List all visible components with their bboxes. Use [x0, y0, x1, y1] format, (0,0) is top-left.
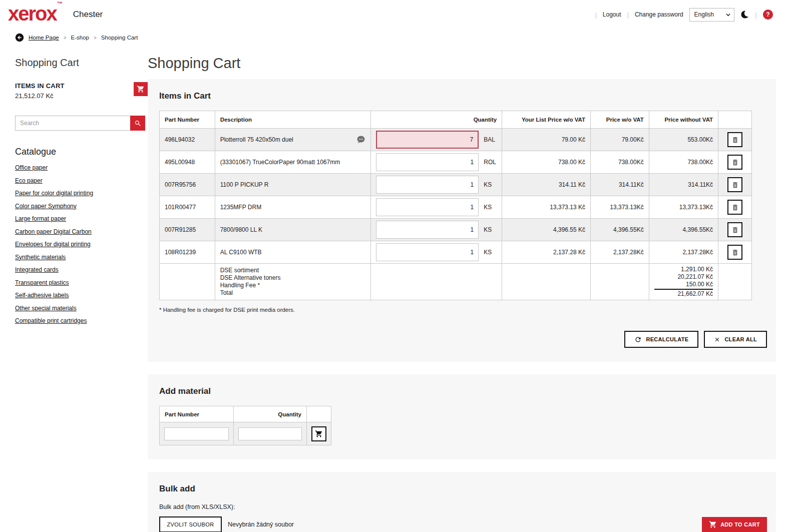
bulk-add-heading: Bulk add	[159, 484, 767, 494]
description-cell: AL C9100 WTB	[215, 241, 371, 264]
unit-label: KS	[484, 204, 497, 211]
sidebar-catalogue-link[interactable]: Office paper	[15, 164, 148, 171]
cart-button[interactable]	[134, 82, 148, 96]
sidebar-catalogue-link[interactable]: Large format paper	[15, 215, 148, 222]
delete-item-button[interactable]	[727, 132, 742, 147]
items-in-cart-label: ITEMS IN CART	[15, 82, 134, 90]
part-number-cell: 496L94032	[160, 129, 215, 151]
choose-file-button[interactable]: ZVOLIT SOUBOR	[159, 516, 222, 532]
quantity-input[interactable]	[376, 131, 479, 149]
dark-mode-moon-icon[interactable]	[740, 10, 749, 19]
quantity-cell: ROL	[371, 151, 502, 174]
item-description: (33301067) TrueColorPaper 90matt 1067mm	[220, 159, 340, 166]
xerox-logo[interactable]: xerox™	[8, 4, 62, 24]
summary-value: 1,291.00 Kč	[654, 266, 713, 273]
quantity-cell: BAL	[371, 129, 502, 151]
sidebar-catalogue-link[interactable]: Synthetic materials	[15, 254, 148, 261]
sidebar-catalogue-link[interactable]: Transparent plastics	[15, 279, 148, 286]
description-cell: 1235MFP DRM	[215, 196, 371, 219]
column-price-wo-vat: Price w/o VAT	[591, 111, 649, 129]
clear-all-button[interactable]: CLEAR ALL	[704, 331, 767, 348]
bulk-add-panel: Bulk add Bulk add (from XLS/XLSX): ZVOLI…	[148, 472, 776, 532]
sidebar-catalogue-link[interactable]: Color paper Symphony	[15, 203, 148, 210]
quantity-input[interactable]	[376, 243, 479, 261]
delete-item-button[interactable]	[727, 200, 742, 215]
list-price-cell: 738.00 Kč	[502, 151, 591, 174]
quantity-cell: KS	[371, 241, 502, 264]
list-price-cell: 79.00 Kč	[502, 129, 591, 151]
delete-item-button[interactable]	[727, 177, 742, 192]
main-content: Shopping Cart Items in Cart Part Number …	[148, 47, 788, 532]
add-material-header: Part Number Quantity	[160, 406, 331, 422]
breadcrumb-home[interactable]: Home Page	[29, 35, 59, 41]
add-to-cart-button[interactable]: ADD TO CART	[702, 517, 767, 532]
search-icon	[134, 120, 142, 127]
price-without-vat-cell: 2,137.28Kč	[649, 241, 718, 264]
part-number-cell: 007R91285	[160, 219, 215, 241]
add-to-cart-label: ADD TO CART	[720, 521, 760, 527]
sidebar-catalogue-link[interactable]: Integrated cards	[15, 266, 148, 273]
part-number-cell: 101R00477	[160, 196, 215, 219]
trademark-symbol: ™	[57, 1, 63, 7]
column-part-number: Part Number	[160, 406, 234, 422]
quantity-input[interactable]	[376, 198, 479, 216]
sidebar-catalogue-link[interactable]: Envelopes for digital printing	[15, 241, 148, 248]
search-button[interactable]	[130, 116, 145, 131]
delete-item-button[interactable]	[727, 155, 742, 170]
recalculate-button[interactable]: RECALCULATE	[624, 331, 698, 348]
help-icon[interactable]: ?	[763, 10, 773, 20]
clear-all-label: CLEAR ALL	[724, 336, 757, 342]
trash-icon	[731, 204, 739, 211]
sidebar-title: Shopping Cart	[15, 57, 148, 69]
search-input[interactable]	[15, 116, 130, 131]
summary-value: 150.00 Kč	[654, 281, 713, 288]
cart-icon	[315, 430, 323, 438]
quantity-input[interactable]	[376, 153, 479, 171]
quantity-input[interactable]	[376, 176, 479, 194]
comment-bubble-icon[interactable]	[356, 135, 365, 144]
item-description: 1235MFP DRM	[220, 204, 261, 211]
catalogue-links: Office paperEco paperPaper for color dig…	[15, 164, 148, 324]
quantity-cell: KS	[371, 196, 502, 219]
breadcrumb-current: Shopping Cart	[101, 35, 138, 41]
quantity-input[interactable]	[376, 221, 479, 239]
sidebar: Shopping Cart ITEMS IN CART 21,512.07 Kč…	[0, 47, 148, 330]
back-circle-icon[interactable]	[15, 33, 24, 42]
breadcrumb-separator: >	[64, 35, 67, 41]
cart-icon	[709, 520, 717, 528]
language-select[interactable]: English	[689, 8, 734, 22]
app-header: xerox™ Chester | Logout | Change passwor…	[0, 0, 788, 29]
part-number-cell: 495L00948	[160, 151, 215, 174]
separator: |	[595, 11, 596, 19]
description-cell: (33301067) TrueColorPaper 90matt 1067mm	[215, 151, 371, 174]
logout-link[interactable]: Logout	[603, 11, 621, 18]
refresh-icon	[634, 336, 642, 343]
add-quantity-input[interactable]	[238, 427, 302, 440]
cart-item-row: 108R01239 AL C9100 WTB KS 2,137.28 Kč 2,…	[160, 241, 752, 264]
cart-item-row: 007R95756 1100 P PICKUP R KS 314.11 Kč 3…	[160, 174, 752, 196]
delete-cell	[718, 129, 752, 151]
sidebar-catalogue-link[interactable]: Self-adhesive labels	[15, 292, 148, 299]
delete-cell	[718, 151, 752, 174]
separator: |	[755, 11, 757, 19]
add-part-number-input[interactable]	[164, 427, 229, 440]
item-description: 7800/9800 LL K	[220, 226, 262, 233]
sidebar-catalogue-link[interactable]: Other special materials	[15, 305, 148, 312]
trash-icon	[731, 136, 739, 144]
change-password-link[interactable]: Change password	[635, 11, 683, 18]
delete-item-button[interactable]	[727, 245, 742, 260]
sidebar-catalogue-link[interactable]: Carbon paper Digital Carbon	[15, 228, 148, 235]
add-material-cart-button[interactable]	[311, 426, 326, 441]
breadcrumb-eshop[interactable]: E-shop	[71, 35, 89, 41]
summary-value: 20,221.07 Kč	[654, 273, 713, 281]
part-number-cell: 007R95756	[160, 174, 215, 196]
sidebar-catalogue-link[interactable]: Eco paper	[15, 177, 148, 184]
quantity-cell: KS	[371, 219, 502, 241]
price-wo-vat-cell: 2,137.28Kč	[591, 241, 649, 264]
sidebar-catalogue-link[interactable]: Paper for color digital printing	[15, 190, 148, 197]
unit-label: KS	[484, 226, 497, 233]
delete-item-button[interactable]	[727, 222, 742, 237]
delete-cell	[718, 241, 752, 264]
sidebar-catalogue-link[interactable]: Compatible print cartridges	[15, 317, 148, 324]
item-description: Plotterroll 75 420x50m duel	[220, 136, 293, 143]
